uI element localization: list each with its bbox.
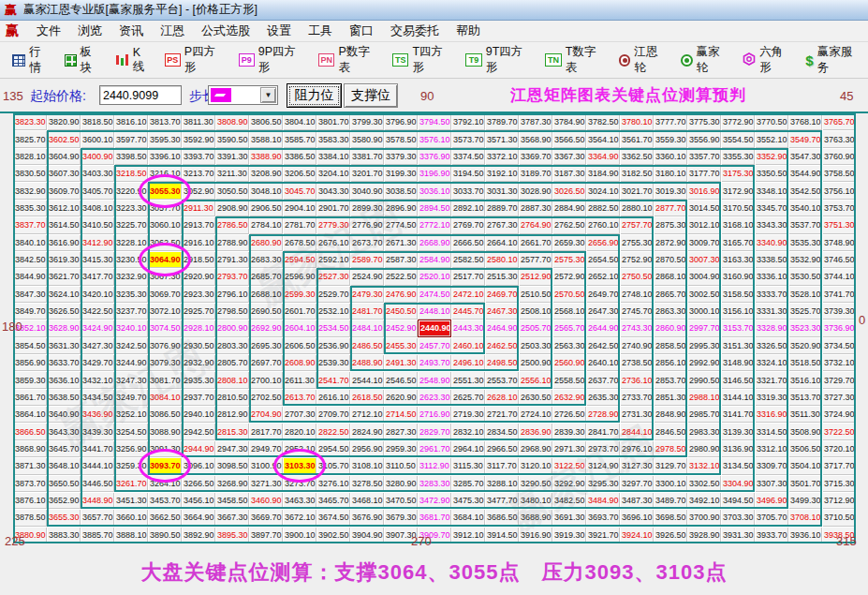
grid-cell: 2599.30 [283, 286, 316, 303]
grid-cell: 3796.90 [384, 113, 418, 130]
toolbar-item-P数字表[interactable]: PNP数字表 [312, 46, 386, 74]
angle-label-0: 0 [859, 313, 865, 327]
grid-cell: 2743.30 [620, 320, 654, 336]
grid-cell: 3127.30 [620, 457, 654, 474]
grid-cell: 3650.50 [47, 475, 81, 492]
grid-cell: 2964.10 [451, 440, 485, 457]
angle-label-45: 45 [840, 89, 853, 103]
grid-cell: 3715.30 [822, 475, 856, 492]
menu-item-公式选股[interactable]: 公式选股 [193, 20, 258, 42]
grid-cell: 3496.90 [755, 492, 788, 509]
system-menu-icon[interactable]: 赢 [6, 22, 19, 39]
grid-cell: 3280.90 [384, 475, 418, 492]
grid-cell: 2541.70 [316, 371, 350, 388]
menu-item-浏览[interactable]: 浏览 [69, 20, 110, 42]
toolbar-item-江恩轮[interactable]: 江恩轮 [612, 46, 674, 74]
grid-cell: 2911.30 [182, 200, 215, 216]
toolbar-item-T数字表[interactable]: TNT数字表 [538, 46, 611, 74]
grid-cell: 3825.70 [13, 130, 47, 147]
grid-cell: 3264.10 [148, 475, 182, 492]
grid-cell: 3364.90 [586, 148, 620, 165]
grid-cell: 2834.50 [485, 423, 519, 439]
angle-label-315: 315 [836, 534, 857, 548]
grid-cell: 3036.10 [418, 182, 451, 199]
grid-cell: 3016.90 [687, 182, 721, 199]
grid-cell: 3616.90 [47, 234, 81, 251]
toolbar-item-板块[interactable]: 板块 [58, 46, 109, 74]
grid-cell: 2683.30 [249, 251, 283, 268]
grid-cell: 2613.70 [283, 389, 316, 406]
grid-cell: 3504.10 [788, 457, 822, 474]
grid-cell: 3595.30 [148, 130, 182, 147]
grid-cell: 2827.30 [384, 423, 418, 439]
grid-cell: 3537.70 [788, 216, 822, 233]
grid-cell: 3657.70 [81, 509, 114, 526]
grid-cell: 3633.70 [47, 354, 81, 371]
grid-cell: 2760.10 [586, 216, 620, 233]
grid-cell: 3040.90 [350, 182, 384, 199]
grid-cell: 2692.90 [249, 320, 283, 336]
grid-cell: 3196.90 [418, 165, 451, 182]
toolbar-item-P四方形[interactable]: PSP四方形 [158, 46, 232, 74]
menu-item-窗口[interactable]: 窗口 [341, 20, 382, 42]
grid-cell: 3141.70 [721, 406, 755, 423]
angle-label-270: 270 [411, 534, 432, 548]
grid-cell: 2916.10 [182, 234, 215, 251]
grid-cell: 2724.10 [519, 406, 552, 423]
grid-cell: 2484.10 [350, 320, 384, 336]
toolbar-item-T四方形[interactable]: TST四方形 [386, 46, 459, 74]
grid-cell: 3436.90 [81, 406, 114, 423]
grid-cell: 3681.70 [418, 509, 451, 526]
menu-item-江恩[interactable]: 江恩 [152, 20, 193, 42]
grid-cell: 3211.30 [215, 165, 249, 182]
step-combobox[interactable]: ▼ [208, 85, 278, 105]
support-button[interactable]: 支撑位 [344, 83, 398, 108]
grid-cell: 3835.30 [13, 200, 47, 216]
grid-cell: 2594.50 [283, 251, 316, 268]
menu-item-资讯[interactable]: 资讯 [110, 20, 152, 42]
grid-cell: 2647.30 [586, 303, 620, 320]
grid-cell: 2968.90 [519, 440, 552, 457]
menu-item-帮助[interactable]: 帮助 [448, 20, 489, 42]
menu-item-交易委托[interactable]: 交易委托 [382, 20, 448, 42]
toolbar-item-赢家服务[interactable]: $赢家服务 [799, 46, 868, 74]
grid-cell: 2714.50 [384, 406, 418, 423]
grid-cell: 3122.50 [552, 457, 586, 474]
grid-cell: 3031.30 [485, 182, 519, 199]
grid-cell: 2546.50 [384, 371, 418, 388]
toolbar-item-赢家轮[interactable]: 赢家轮 [674, 46, 736, 74]
grid-cell: 3499.30 [788, 492, 822, 509]
toolbar-item-9T四方形[interactable]: T99T四方形 [459, 46, 538, 74]
toolbar-item-K线[interactable]: K线 [109, 46, 157, 74]
toolbar-item-行情[interactable]: 行情 [6, 46, 58, 74]
toolbar-item-9P四方形[interactable]: P99P四方形 [232, 46, 313, 74]
grid-cell: 3916.90 [519, 527, 552, 543]
grid-cell: 2560.90 [552, 354, 586, 371]
grid-cell: 3079.30 [148, 354, 182, 371]
start-price-input[interactable] [99, 85, 182, 105]
menu-item-设置[interactable]: 设置 [258, 20, 300, 42]
grid-cell: 3136.90 [721, 440, 755, 457]
menu-item-文件[interactable]: 文件 [28, 20, 69, 42]
grid-cell: 3043.30 [316, 182, 350, 199]
grid-cell: 3278.50 [350, 475, 384, 492]
toolbar-item-六角形[interactable]: 六角形 [736, 46, 799, 74]
grid-cell: 2582.50 [451, 251, 485, 268]
grid-cell: 3384.10 [316, 148, 350, 165]
grid-cell: 3208.90 [249, 165, 283, 182]
combo-dropdown-icon[interactable]: ▼ [260, 87, 276, 103]
grid-cell: 2486.50 [350, 337, 384, 354]
resistance-button[interactable]: 阻力位 [287, 83, 342, 108]
grid-cell: 3052.90 [182, 182, 215, 199]
grid-cell: 3004.90 [687, 268, 721, 285]
grid-cell: 3559.30 [654, 130, 687, 147]
grid-cell: 2846.50 [654, 423, 687, 439]
grid-cell: 3924.10 [620, 527, 654, 543]
grid-cell: 2652.10 [586, 268, 620, 285]
grid-cell: 3501.70 [788, 475, 822, 492]
grid-cell: 3549.70 [788, 130, 822, 147]
grid-cell: 2803.30 [215, 337, 249, 354]
menu-item-工具[interactable]: 工具 [300, 20, 341, 42]
grid-cell: 2757.70 [620, 216, 654, 233]
grid-cell: 3398.50 [114, 148, 148, 165]
